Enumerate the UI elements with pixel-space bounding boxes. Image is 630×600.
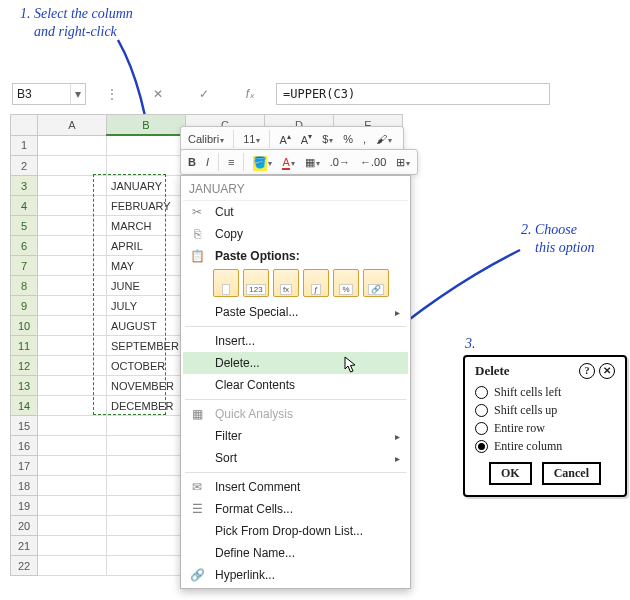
- col-header-B[interactable]: B: [107, 115, 186, 136]
- cell-A5[interactable]: [38, 216, 107, 236]
- cell-A13[interactable]: [38, 376, 107, 396]
- row-header-18[interactable]: 18: [11, 476, 38, 496]
- format-painter-icon[interactable]: 🖌▾: [373, 132, 395, 146]
- cell-B18[interactable]: [107, 476, 186, 496]
- currency-icon[interactable]: $▾: [319, 132, 336, 146]
- menu-paste-special[interactable]: Paste Special...▸: [183, 301, 408, 323]
- radio-entire-column[interactable]: Entire column: [475, 439, 615, 454]
- cell-A9[interactable]: [38, 296, 107, 316]
- cell-A22[interactable]: [38, 556, 107, 576]
- row-header-5[interactable]: 5: [11, 216, 38, 236]
- cancel-formula-icon[interactable]: ✕: [138, 83, 178, 105]
- cell-B1[interactable]: [107, 135, 186, 156]
- row-header-17[interactable]: 17: [11, 456, 38, 476]
- cell-B14[interactable]: DECEMBER: [107, 396, 186, 416]
- cell-A4[interactable]: [38, 196, 107, 216]
- row-header-22[interactable]: 22: [11, 556, 38, 576]
- decrease-decimal-icon[interactable]: .0→: [327, 155, 353, 169]
- row-header-10[interactable]: 10: [11, 316, 38, 336]
- percent-icon[interactable]: %: [340, 132, 356, 146]
- row-header-12[interactable]: 12: [11, 356, 38, 376]
- cell-B21[interactable]: [107, 536, 186, 556]
- cell-B11[interactable]: SEPTEMBER: [107, 336, 186, 356]
- cell-B22[interactable]: [107, 556, 186, 576]
- cell-A15[interactable]: [38, 416, 107, 436]
- paste-icon[interactable]: [213, 269, 239, 297]
- cell-A12[interactable]: [38, 356, 107, 376]
- increase-decimal-icon[interactable]: ←.00: [357, 155, 389, 169]
- cell-B12[interactable]: OCTOBER: [107, 356, 186, 376]
- cell-A1[interactable]: [38, 135, 107, 156]
- menu-insert-comment[interactable]: ✉Insert Comment: [183, 476, 408, 498]
- cell-A3[interactable]: [38, 176, 107, 196]
- cell-A18[interactable]: [38, 476, 107, 496]
- cell-B8[interactable]: JUNE: [107, 276, 186, 296]
- cell-B20[interactable]: [107, 516, 186, 536]
- cell-B9[interactable]: JULY: [107, 296, 186, 316]
- cell-A19[interactable]: [38, 496, 107, 516]
- menu-cut[interactable]: ✂Cut: [183, 201, 408, 223]
- menu-quick-analysis[interactable]: ▦Quick Analysis: [183, 403, 408, 425]
- cancel-button[interactable]: Cancel: [542, 462, 601, 485]
- font-picker[interactable]: Calibri▾: [185, 132, 227, 146]
- cell-A16[interactable]: [38, 436, 107, 456]
- cell-B15[interactable]: [107, 416, 186, 436]
- close-icon[interactable]: ✕: [599, 363, 615, 379]
- menu-insert[interactable]: Insert...: [183, 330, 408, 352]
- cell-B3[interactable]: JANUARY: [107, 176, 186, 196]
- row-header-7[interactable]: 7: [11, 256, 38, 276]
- comma-icon[interactable]: ,: [360, 132, 369, 146]
- row-header-1[interactable]: 1: [11, 135, 38, 156]
- cell-B10[interactable]: AUGUST: [107, 316, 186, 336]
- row-header-16[interactable]: 16: [11, 436, 38, 456]
- cell-A20[interactable]: [38, 516, 107, 536]
- row-header-11[interactable]: 11: [11, 336, 38, 356]
- menu-copy[interactable]: ⎘Copy: [183, 223, 408, 245]
- italic-icon[interactable]: I: [203, 155, 212, 169]
- formula-input[interactable]: =UPPER(C3): [276, 83, 550, 105]
- cell-B16[interactable]: [107, 436, 186, 456]
- name-box[interactable]: B3 ▾: [12, 83, 86, 105]
- menu-hyperlink[interactable]: 🔗Hyperlink...: [183, 564, 408, 586]
- align-icon[interactable]: ≡: [225, 155, 237, 169]
- radio-shift-up[interactable]: Shift cells up: [475, 403, 615, 418]
- cell-A6[interactable]: [38, 236, 107, 256]
- paste-link-icon[interactable]: 🔗: [363, 269, 389, 297]
- radio-shift-left[interactable]: Shift cells left: [475, 385, 615, 400]
- row-header-9[interactable]: 9: [11, 296, 38, 316]
- menu-filter[interactable]: Filter▸: [183, 425, 408, 447]
- font-size[interactable]: 11▾: [240, 132, 263, 146]
- menu-pick-dropdown[interactable]: Pick From Drop-down List...: [183, 520, 408, 542]
- row-header-13[interactable]: 13: [11, 376, 38, 396]
- cell-B5[interactable]: MARCH: [107, 216, 186, 236]
- paste-formatting-icon[interactable]: ƒ: [303, 269, 329, 297]
- paste-formulas-icon[interactable]: fx: [273, 269, 299, 297]
- cell-B2[interactable]: [107, 156, 186, 176]
- cell-A14[interactable]: [38, 396, 107, 416]
- cell-A17[interactable]: [38, 456, 107, 476]
- cell-A8[interactable]: [38, 276, 107, 296]
- accept-formula-icon[interactable]: ✓: [184, 83, 224, 105]
- fx-icon[interactable]: fₓ: [230, 83, 270, 105]
- row-header-2[interactable]: 2: [11, 156, 38, 176]
- name-box-dropdown-icon[interactable]: ▾: [70, 84, 85, 104]
- paste-values-icon[interactable]: 123: [243, 269, 269, 297]
- row-header-15[interactable]: 15: [11, 416, 38, 436]
- row-header-8[interactable]: 8: [11, 276, 38, 296]
- menu-delete[interactable]: Delete...: [183, 352, 408, 374]
- cell-B13[interactable]: NOVEMBER: [107, 376, 186, 396]
- cell-A10[interactable]: [38, 316, 107, 336]
- cell-A7[interactable]: [38, 256, 107, 276]
- menu-clear[interactable]: Clear Contents: [183, 374, 408, 396]
- radio-entire-row[interactable]: Entire row: [475, 421, 615, 436]
- cell-B19[interactable]: [107, 496, 186, 516]
- font-color-icon[interactable]: A▾: [279, 155, 297, 169]
- select-all-corner[interactable]: [11, 115, 38, 136]
- cell-B17[interactable]: [107, 456, 186, 476]
- menu-define-name[interactable]: Define Name...: [183, 542, 408, 564]
- fill-color-icon[interactable]: 🪣▾: [250, 155, 275, 170]
- cell-B4[interactable]: FEBRUARY: [107, 196, 186, 216]
- cell-A2[interactable]: [38, 156, 107, 176]
- row-header-6[interactable]: 6: [11, 236, 38, 256]
- row-header-19[interactable]: 19: [11, 496, 38, 516]
